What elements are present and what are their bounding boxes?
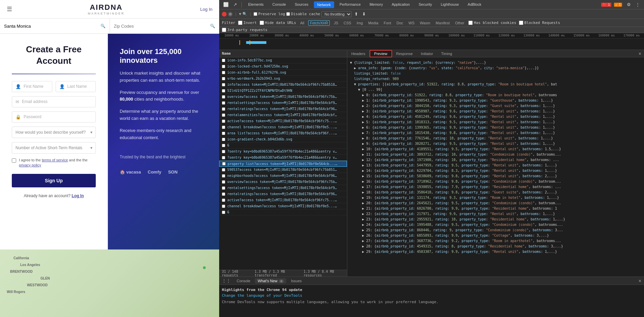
req-checkbox-13[interactable]: [222, 138, 225, 141]
email-field[interactable]: ✉: [12, 96, 96, 107]
filter-doc[interactable]: Doc: [395, 21, 405, 25]
filter-all[interactable]: All: [299, 21, 305, 25]
json-expand-22[interactable]: ▶: [362, 180, 364, 183]
req-checkbox-14[interactable]: [222, 144, 225, 147]
req-item-15[interactable]: ?sentry_key=b0bd6965387a45a59f76f9b4ec21…: [219, 149, 347, 155]
location-search-field[interactable]: 🔍: [0, 19, 110, 33]
location-search-input[interactable]: [4, 24, 99, 29]
req-checkbox-18[interactable]: [222, 168, 225, 171]
req-item-16[interactable]: ?sentry_key=b0bd6965387a45a59f76f9b4ec21…: [219, 155, 347, 161]
req-checkbox-4[interactable]: [222, 83, 225, 86]
tab-security[interactable]: Security: [415, 1, 435, 8]
disable-cache-checkbox[interactable]: [286, 12, 290, 16]
zipcode-search-field[interactable]: 🔍: [110, 19, 219, 33]
req-item-6[interactable]: overview?access_token=MjIxMTI|8b0178bf0e…: [219, 94, 347, 100]
req-item-25[interactable]: 6: [219, 209, 347, 215]
req-item-3[interactable]: vrbo-wordmark.2b2b3943.svg: [219, 76, 347, 82]
req-item-18[interactable]: 590537access_token=MjIxMTI|8b0178bf0e564…: [219, 167, 347, 173]
console-devtools-language-link[interactable]: Change the language of your DevTools: [222, 293, 302, 298]
req-item-4[interactable]: info?access_token=MjIxMTI|8b0178bf0e564c…: [219, 82, 347, 88]
tab-adblock[interactable]: AdBlock: [464, 1, 485, 8]
json-expand-24[interactable]: ▶: [362, 190, 364, 194]
filter-ws[interactable]: WS: [407, 21, 416, 25]
req-item-20[interactable]: overview?access_token=MjIxMTI|8b0178bf0e…: [219, 179, 347, 185]
terms-link[interactable]: terms of service: [42, 158, 68, 162]
json-expand-35[interactable]: ▶: [362, 250, 364, 254]
req-checkbox-24[interactable]: [222, 205, 225, 208]
detail-tab-timing[interactable]: Timing: [437, 51, 456, 57]
download-icon[interactable]: ⬇: [361, 11, 367, 17]
console-tab-issues[interactable]: Issues: [288, 278, 304, 284]
json-expand-4[interactable]: ▼: [354, 82, 356, 86]
req-item-17[interactable]: property_list?access_token=MjIxMTI|8b017…: [219, 161, 347, 167]
json-expand-17[interactable]: ▶: [362, 153, 364, 156]
detail-tab-initiator[interactable]: Initiator: [417, 51, 437, 57]
zipcode-search-input[interactable]: [114, 24, 209, 29]
filter-font[interactable]: Font: [382, 21, 392, 25]
json-expand-11[interactable]: ▶: [362, 120, 364, 124]
last-name-input[interactable]: [67, 84, 92, 89]
devtools-more-icon[interactable]: ⋮: [634, 1, 641, 8]
tab-performance[interactable]: Performance: [336, 1, 364, 8]
req-checkbox-6[interactable]: [222, 95, 225, 99]
json-expand-25[interactable]: ▶: [362, 196, 364, 200]
req-checkbox-15[interactable]: [222, 150, 225, 153]
first-name-input[interactable]: [24, 84, 49, 89]
already-login-link[interactable]: Log In: [72, 193, 84, 198]
blocked-cookies-checkbox[interactable]: [468, 21, 473, 25]
json-expand-20[interactable]: ▶: [362, 169, 364, 173]
json-expand-0[interactable]: ▼: [350, 61, 352, 64]
console-tab-console[interactable]: Console: [234, 278, 253, 284]
req-item-22[interactable]: rentalratings?access_token=MjIxMTI|8b017…: [219, 191, 347, 197]
req-item-9[interactable]: rentalamenities?access_token=MjIxMTI|8b0…: [219, 112, 347, 118]
json-expand-12[interactable]: ▶: [362, 126, 364, 129]
json-expand-21[interactable]: ▶: [362, 174, 364, 178]
tab-console[interactable]: Console: [269, 1, 289, 8]
signup-button[interactable]: Sign Up: [12, 174, 96, 187]
req-checkbox-12[interactable]: [222, 132, 225, 135]
json-expand-32[interactable]: ▶: [362, 234, 364, 237]
console-tab-whats-new[interactable]: What's New ×: [255, 278, 286, 284]
password-field[interactable]: 🔒: [12, 111, 96, 123]
req-checkbox-25[interactable]: [222, 211, 225, 214]
preserve-log-checkbox[interactable]: [254, 12, 257, 16]
req-checkbox-16[interactable]: [222, 156, 225, 159]
json-expand-28[interactable]: ▶: [362, 212, 364, 216]
email-input[interactable]: [22, 99, 92, 104]
req-checkbox-17[interactable]: [222, 162, 226, 165]
req-item-7[interactable]: rentalsettings?access_token=MjIxMTI|8b01…: [219, 100, 347, 106]
tab-network[interactable]: Network: [314, 1, 334, 8]
json-expand-18[interactable]: ▶: [362, 158, 364, 162]
json-expand-13[interactable]: ▶: [362, 131, 364, 135]
filter-media[interactable]: Media: [367, 21, 380, 25]
req-item-12[interactable]: area_list?access_token=MjIxMTI|8b0178bf0…: [219, 130, 347, 136]
filter-manifest[interactable]: Manifest: [434, 21, 451, 25]
req-checkbox-20[interactable]: [222, 180, 225, 184]
json-expand-1[interactable]: ▶: [354, 66, 356, 70]
req-checkbox-11[interactable]: [222, 126, 225, 129]
search-icon-1[interactable]: 🔍: [100, 24, 106, 28]
json-expand-8[interactable]: ▶: [362, 104, 364, 108]
req-checkbox-1[interactable]: [222, 65, 225, 68]
third-party-checkbox[interactable]: [222, 28, 226, 32]
filter-wasm[interactable]: Wasm: [418, 21, 432, 25]
devtools-dock-icon[interactable]: ⬜: [222, 1, 230, 8]
detail-tab-preview[interactable]: Preview: [370, 50, 392, 57]
menu-icon[interactable]: ☰: [7, 5, 12, 13]
record-button[interactable]: [222, 12, 227, 17]
req-item-0[interactable]: icon-info.5dc877bc.svg: [219, 57, 347, 63]
tab-application[interactable]: Application: [388, 1, 413, 8]
filter-other[interactable]: Other: [454, 21, 466, 25]
json-expand-14[interactable]: ▶: [362, 136, 364, 140]
json-expand-33[interactable]: ▶: [362, 239, 364, 243]
describe-select[interactable]: How would you best describe yourself?: [12, 127, 96, 138]
filter-img[interactable]: Img: [355, 21, 364, 25]
req-checkbox-9[interactable]: [222, 113, 225, 117]
json-expand-15[interactable]: ▶: [362, 142, 364, 146]
json-expand-23[interactable]: ▶: [362, 185, 364, 189]
req-item-19[interactable]: neighborhoods?access_token=MjIxMTI|8b017…: [219, 173, 347, 179]
req-checkbox-10[interactable]: [222, 120, 225, 123]
req-item-21[interactable]: rentalsettings?access_token=MjIxMTI|8b01…: [219, 185, 347, 191]
req-checkbox-5[interactable]: [222, 89, 225, 93]
invert-checkbox[interactable]: [238, 21, 242, 25]
